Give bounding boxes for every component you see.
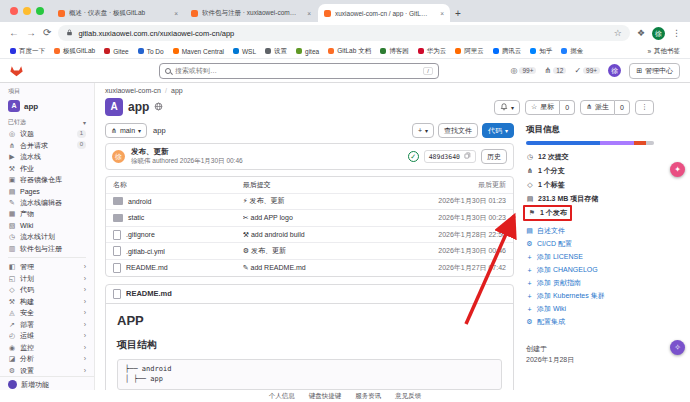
add-to-repo-button[interactable]: + ▾ <box>412 123 434 138</box>
sidebar-section[interactable]: ◇ 代码 › <box>0 284 94 295</box>
window-minimize-button[interactable] <box>23 7 31 15</box>
topbar-counter[interactable]: ◎ 99+ <box>510 66 536 75</box>
star-count[interactable]: 0 <box>560 100 575 115</box>
bookmark-item[interactable]: To Do <box>138 48 164 55</box>
sidebar-section[interactable]: ◬ 安全 › <box>0 307 94 318</box>
bookmark-item[interactable]: Gitee <box>104 48 129 55</box>
project-stat[interactable]: ⚑ 1 个发布 <box>526 208 654 218</box>
close-tab-icon[interactable]: × <box>440 10 444 17</box>
breadcrumb-project[interactable]: app <box>171 87 183 94</box>
topbar-counter[interactable]: ✓ 99+ <box>574 66 600 75</box>
sidebar-item[interactable]: ▧ Wiki <box>0 220 94 231</box>
sidebar-section[interactable]: ⚙ 设置 › <box>0 364 94 375</box>
search-input[interactable] <box>175 67 419 74</box>
bookmark-item[interactable]: 百度一下 <box>10 47 45 56</box>
language-bar[interactable] <box>526 141 654 145</box>
file-commit-message-link[interactable]: ⚒ add android build <box>243 231 388 239</box>
bookmark-item[interactable]: 设置 <box>265 47 287 56</box>
sidebar-item[interactable]: ✎ 流水线编辑器 <box>0 197 94 208</box>
project-info-link[interactable]: + 添加 Kubernetes 集群 <box>526 291 654 301</box>
extensions-icon[interactable]: ❖ <box>637 28 645 38</box>
other-bookmarks-button[interactable]: » 其他书签 <box>639 47 680 56</box>
table-row[interactable]: android ⚡ 发布、更新 2026年1月30日 01:23 <box>106 193 513 210</box>
bookmark-item[interactable]: 博客园 <box>380 47 409 56</box>
table-row[interactable]: .gitignore ⚒ add android build 2026年1月28… <box>106 226 513 243</box>
file-commit-message-link[interactable]: ⚡ 发布、更新 <box>243 196 388 206</box>
bookmark-item[interactable]: Maven Central <box>173 48 224 55</box>
user-avatar[interactable]: 徐 <box>608 64 621 77</box>
footer-link[interactable]: 键盘快捷键 <box>309 392 342 401</box>
project-stat[interactable]: ▤ 231.3 MB 项目存储 <box>526 194 654 204</box>
branch-selector[interactable]: ⋔ main ▾ <box>105 123 147 138</box>
star-button[interactable]: ☆ 星标 <box>525 100 560 115</box>
sidebar-item[interactable]: ◎ 议题 1 <box>0 128 94 139</box>
bookmark-star-icon[interactable]: ☆ <box>614 28 622 38</box>
bookmark-item[interactable]: 极狐GitLab <box>54 47 95 56</box>
more-actions-button[interactable]: ⋮ <box>635 100 654 115</box>
code-button[interactable]: 代码 ▾ <box>482 123 514 138</box>
project-info-link[interactable]: + 添加 Wiki <box>526 304 654 314</box>
sidebar-section[interactable]: ⚒ 构建 › <box>0 296 94 307</box>
sidebar-section[interactable]: ↗ 部署 › <box>0 319 94 330</box>
browser-profile-avatar[interactable]: 徐 <box>652 27 665 40</box>
file-commit-message-link[interactable]: ✎ add README.md <box>243 264 388 272</box>
pipeline-status-icon[interactable]: ✓ <box>408 151 419 162</box>
history-button[interactable]: 历史 <box>481 149 507 164</box>
sidebar-item[interactable]: ▣ 容器镜像仓库 <box>0 174 94 185</box>
footer-link[interactable]: 意见反馈 <box>395 392 421 401</box>
sidebar-project-header[interactable]: A app <box>0 98 94 115</box>
bookmark-item[interactable]: 阿里云 <box>455 47 484 56</box>
browser-tab[interactable]: 概述 · 仪表盘 · 极狐GitLab × <box>52 4 184 22</box>
address-bar[interactable]: gitlab.xuxiaowei.com.cn/xuxiaowei-com-cn… <box>58 25 630 41</box>
sidebar-item[interactable]: ⚒ 作业 <box>0 162 94 173</box>
fork-button[interactable]: ⋔ 派生 <box>580 100 615 115</box>
footer-link[interactable]: 服务资讯 <box>355 392 381 401</box>
sidebar-item[interactable]: ▥ 软件包与注册 <box>0 243 94 254</box>
bookmark-item[interactable]: 掘金 <box>561 47 583 56</box>
bookmark-item[interactable]: GitLab 文档 <box>328 47 371 56</box>
floating-extension-button-bottom[interactable]: ✧ <box>670 340 685 355</box>
file-name-link[interactable]: android <box>128 198 151 205</box>
window-close-button[interactable] <box>10 7 18 15</box>
fork-count[interactable]: 0 <box>615 100 630 115</box>
copy-icon[interactable] <box>464 152 471 161</box>
sidebar-item[interactable]: ▶ 流水线 <box>0 151 94 162</box>
notifications-button[interactable]: ▾ <box>494 100 520 115</box>
sidebar-item[interactable]: ◷ 流水线计划 <box>0 231 94 242</box>
project-info-link[interactable]: ⚙ CI/CD 配置 <box>526 239 654 249</box>
project-stat[interactable]: ◷ 12 次提交 <box>526 152 654 162</box>
project-stat[interactable]: ⋔ 1 个分支 <box>526 166 654 176</box>
repo-path-crumb[interactable]: app <box>153 126 166 135</box>
sidebar-item[interactable]: ▦ 产物 <box>0 208 94 219</box>
browser-tab[interactable]: xuxiaowei-com-cn / app · GitL… × <box>318 4 450 22</box>
file-commit-message-link[interactable]: ✂ add APP logo <box>243 214 388 222</box>
project-info-link[interactable]: + 添加 CHANGELOG <box>526 265 654 275</box>
sidebar-section[interactable]: ◱ 计划 › <box>0 273 94 284</box>
global-search[interactable]: / <box>159 63 439 79</box>
new-tab-button[interactable]: + <box>450 8 466 19</box>
whats-new-button[interactable]: 新增功能 <box>0 379 94 390</box>
topbar-counter[interactable]: ⋔ 12 <box>544 66 566 75</box>
table-row[interactable]: .gitlab-ci.yml ⚙ 发布、更新 2026年1月30日 00:46 <box>106 242 513 259</box>
sidebar-section[interactable]: ◴ 运维 › <box>0 330 94 341</box>
readme-header[interactable]: README.md <box>106 285 513 304</box>
file-name-link[interactable]: .gitlab-ci.yml <box>126 248 165 255</box>
bookmark-item[interactable]: gitea <box>296 48 319 55</box>
close-tab-icon[interactable]: × <box>174 10 178 17</box>
back-icon[interactable]: ← <box>9 28 19 38</box>
project-info-link[interactable]: + 添加 LICENSE <box>526 252 654 262</box>
admin-area-button[interactable]: ⊞ 管理中心 <box>629 63 680 79</box>
commit-author-avatar[interactable]: 徐 <box>112 150 125 163</box>
project-info-link[interactable]: + 添加 贡献指南 <box>526 278 654 288</box>
file-name-link[interactable]: .gitignore <box>126 231 155 238</box>
forward-icon[interactable]: → <box>26 28 36 38</box>
browser-tab[interactable]: 软件包与注册 · xuxiaowei-com… × <box>185 4 317 22</box>
column-last-updated[interactable]: 最后更新 <box>388 180 506 190</box>
sidebar-item[interactable]: ⋔ 合并请求 0 <box>0 139 94 150</box>
window-zoom-button[interactable] <box>36 7 44 15</box>
sidebar-section[interactable]: ◪ 分析 › <box>0 353 94 364</box>
bookmark-item[interactable]: 腾讯云 <box>493 47 522 56</box>
bookmark-item[interactable]: 华为云 <box>418 47 447 56</box>
file-name-link[interactable]: static <box>128 214 144 221</box>
sidebar-section[interactable]: ◉ 监控 › <box>0 341 94 352</box>
